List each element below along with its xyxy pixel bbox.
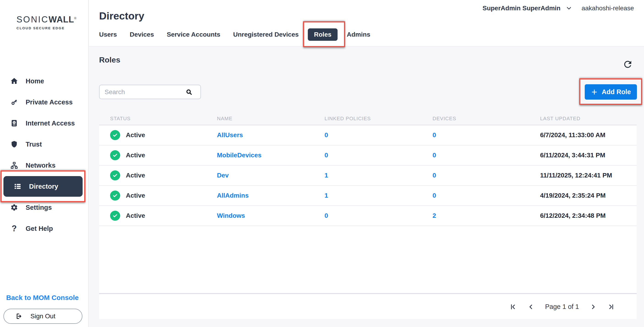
status-label: Active xyxy=(126,212,145,219)
linked-policies-link[interactable]: 1 xyxy=(324,172,432,179)
tab-roles[interactable]: Roles xyxy=(308,28,338,41)
active-check-icon xyxy=(110,211,120,221)
linked-policies-link[interactable]: 0 xyxy=(324,131,432,139)
tab-admins[interactable]: Admins xyxy=(347,31,370,38)
devices-link[interactable]: 0 xyxy=(432,192,540,199)
sidebar-item-label: Networks xyxy=(26,162,56,169)
sidebar-item-networks[interactable]: Networks xyxy=(0,155,88,176)
status-cell: Active xyxy=(99,170,217,180)
sign-out-button[interactable]: Sign Out xyxy=(4,309,82,324)
status-label: Active xyxy=(126,131,145,139)
sidebar-nav: Home Private Access Internet Access Trus… xyxy=(0,71,88,239)
sidebar-item-get-help[interactable]: ? Get Help xyxy=(0,218,88,239)
add-role-label: Add Role xyxy=(602,88,631,96)
chevron-down-icon[interactable] xyxy=(566,5,572,12)
question-mark-icon: ? xyxy=(10,225,18,232)
page-title: Directory xyxy=(99,10,144,22)
last-page-button[interactable] xyxy=(608,303,615,310)
key-icon xyxy=(10,98,18,106)
sidebar-item-label: Private Access xyxy=(26,99,72,106)
sidebar: SONICWALL® CLOUD SECURE EDGE Home Privat… xyxy=(0,0,88,327)
search-input[interactable] xyxy=(100,88,185,96)
sidebar-item-label: Settings xyxy=(26,204,52,211)
sidebar-item-internet-access[interactable]: Internet Access xyxy=(0,113,88,134)
table-row: Active AllAdmins 1 0 4/19/2024, 2:35:24 … xyxy=(99,186,637,206)
search-box xyxy=(99,85,201,99)
roles-section-heading: Roles xyxy=(99,55,120,64)
last-updated-value: 11/11/2025, 12:24:41 PM xyxy=(540,172,637,179)
column-header-name: NAME xyxy=(217,116,324,122)
sidebar-item-private-access[interactable]: Private Access xyxy=(0,92,88,113)
next-page-button[interactable] xyxy=(590,303,597,310)
last-updated-value: 6/7/2024, 11:33:00 AM xyxy=(540,131,637,139)
search-icon[interactable] xyxy=(185,88,193,96)
sign-out-icon xyxy=(15,313,22,320)
logo-tagline: CLOUD SECURE EDGE xyxy=(16,26,76,30)
active-check-icon xyxy=(110,150,120,160)
devices-link[interactable]: 0 xyxy=(432,172,540,179)
logo-wall-text: WALL xyxy=(48,15,74,24)
column-header-devices: DEVICES xyxy=(432,116,540,122)
status-label: Active xyxy=(126,192,145,199)
last-updated-value: 6/12/2024, 2:34:48 PM xyxy=(540,212,637,219)
linked-policies-link[interactable]: 0 xyxy=(324,152,432,159)
sidebar-item-label: Trust xyxy=(26,141,42,148)
sidebar-item-label: Home xyxy=(26,77,44,85)
status-label: Active xyxy=(126,172,145,179)
network-hierarchy-icon xyxy=(10,161,18,169)
status-cell: Active xyxy=(99,191,217,201)
role-name-link[interactable]: Dev xyxy=(217,172,324,179)
home-icon xyxy=(10,77,18,85)
role-name-link[interactable]: MobileDevices xyxy=(217,152,324,159)
active-check-icon xyxy=(110,191,120,201)
account-name[interactable]: SuperAdmin SuperAdmin xyxy=(482,5,560,12)
status-cell: Active xyxy=(99,211,217,221)
tab-bar: Users Devices Service Accounts Unregiste… xyxy=(99,28,370,42)
sidebar-item-label: Get Help xyxy=(26,225,53,232)
sidebar-item-directory[interactable]: Directory xyxy=(4,176,82,197)
sidebar-item-label: Directory xyxy=(29,183,58,190)
shield-icon xyxy=(10,140,18,148)
active-check-icon xyxy=(110,170,120,180)
column-header-linked-policies: LINKED POLICIES xyxy=(324,116,432,122)
role-name-link[interactable]: AllUsers xyxy=(217,131,324,139)
tenant-name: aakahoshi-release xyxy=(582,5,634,12)
sidebar-item-settings[interactable]: Settings xyxy=(0,197,88,218)
table-row: Active Windows 0 2 6/12/2024, 2:34:48 PM xyxy=(99,206,637,226)
main-header: Directory Users Devices Service Accounts… xyxy=(89,0,644,47)
registered-mark: ® xyxy=(74,17,76,20)
tab-service-accounts[interactable]: Service Accounts xyxy=(167,31,220,38)
gear-icon xyxy=(10,204,18,211)
refresh-button[interactable] xyxy=(622,59,633,70)
page-indicator: Page 1 of 1 xyxy=(545,303,579,310)
linked-policies-link[interactable]: 1 xyxy=(324,192,432,199)
add-role-button[interactable]: Add Role xyxy=(585,84,637,100)
sidebar-item-label: Internet Access xyxy=(26,120,75,127)
roles-table: Active AllUsers 0 0 6/7/2024, 11:33:00 A… xyxy=(99,125,637,294)
tab-users[interactable]: Users xyxy=(99,31,117,38)
previous-page-button[interactable] xyxy=(527,303,534,310)
tab-unregistered-devices[interactable]: Unregistered Devices xyxy=(233,31,299,38)
sonicwall-logo: SONICWALL® CLOUD SECURE EDGE xyxy=(16,15,76,30)
list-icon xyxy=(14,182,22,190)
sidebar-item-trust[interactable]: Trust xyxy=(0,134,88,155)
sidebar-item-home[interactable]: Home xyxy=(0,71,88,92)
table-row: Active MobileDevices 0 0 6/11/2024, 3:44… xyxy=(99,145,637,166)
last-updated-value: 6/11/2024, 3:44:31 PM xyxy=(540,152,637,159)
tab-devices[interactable]: Devices xyxy=(130,31,154,38)
devices-link[interactable]: 0 xyxy=(432,131,540,139)
plus-icon xyxy=(591,88,598,96)
role-name-link[interactable]: AllAdmins xyxy=(217,192,324,199)
table-row: Active Dev 1 0 11/11/2025, 12:24:41 PM xyxy=(99,166,637,186)
devices-link[interactable]: 0 xyxy=(432,152,540,159)
table-header-row: STATUS NAME LINKED POLICIES DEVICES LAST… xyxy=(99,112,637,125)
table-row: Active AllUsers 0 0 6/7/2024, 11:33:00 A… xyxy=(99,125,637,145)
tab-roles-label: Roles xyxy=(314,31,332,38)
role-name-link[interactable]: Windows xyxy=(217,212,324,219)
back-to-mom-console-link[interactable]: Back to MOM Console xyxy=(6,294,79,301)
column-header-status: STATUS xyxy=(99,116,217,122)
linked-policies-link[interactable]: 0 xyxy=(324,212,432,219)
first-page-button[interactable] xyxy=(510,303,517,310)
status-cell: Active xyxy=(99,150,217,160)
devices-link[interactable]: 2 xyxy=(432,212,540,219)
